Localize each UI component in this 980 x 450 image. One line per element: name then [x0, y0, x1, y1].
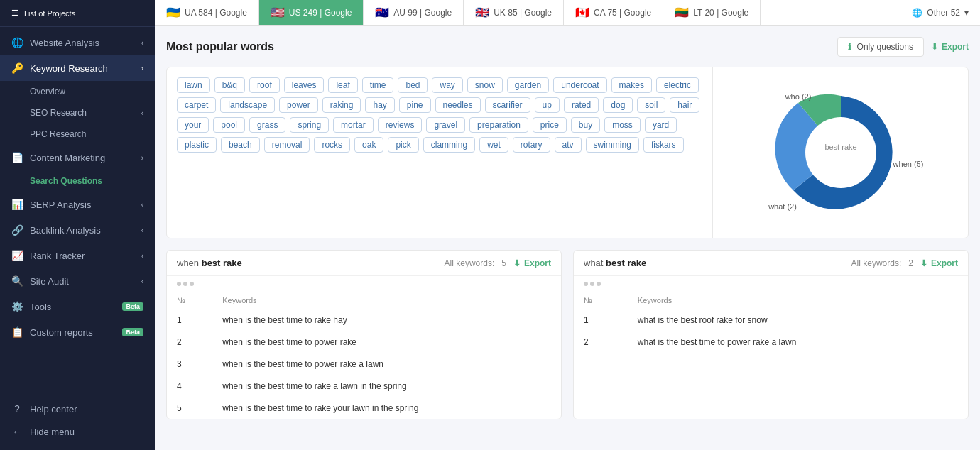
tools-label: Tools	[30, 302, 51, 312]
word-chip[interactable]: buy	[571, 117, 600, 133]
word-chip[interactable]: carpet	[177, 97, 216, 113]
word-chip[interactable]: clamming	[423, 137, 475, 153]
tab-ca[interactable]: 🇨🇦 CA 75 | Google	[564, 0, 663, 25]
word-chip[interactable]: bed	[398, 77, 428, 93]
word-chip[interactable]: rotary	[513, 137, 550, 153]
word-chip[interactable]: your	[177, 117, 209, 133]
serp-icon: 📊	[11, 199, 23, 210]
word-chip[interactable]: rated	[564, 97, 599, 113]
word-chip[interactable]: rocks	[314, 137, 350, 153]
word-chip[interactable]: beach	[221, 137, 260, 153]
word-chip[interactable]: grass	[249, 117, 285, 133]
when-table-card: when best rake All keywords: 5 ⬇ Export	[166, 250, 562, 419]
word-chip[interactable]: soil	[637, 97, 665, 113]
word-chip[interactable]: hair	[670, 97, 699, 113]
word-chip[interactable]: spring	[290, 117, 329, 133]
word-chip[interactable]: yard	[645, 117, 677, 133]
sidebar-item-content-marketing[interactable]: 📄 Content Marketing ›	[0, 145, 155, 170]
tab-ua[interactable]: 🇺🇦 UA 584 | Google	[155, 0, 259, 25]
word-chip[interactable]: pine	[399, 97, 431, 113]
sidebar-item-hide-menu[interactable]: ← Hide menu	[11, 420, 143, 443]
word-chip[interactable]: price	[533, 117, 567, 133]
sidebar-item-serp-analysis[interactable]: 📊 SERP Analysis ‹	[0, 192, 155, 217]
word-cloud: lawnb&qroofleavesleaftimebedwaysnowgarde…	[167, 67, 712, 238]
word-chip[interactable]: lawn	[177, 77, 210, 93]
word-chip[interactable]: garden	[507, 77, 549, 93]
word-chip[interactable]: fiskars	[643, 137, 684, 153]
when-table-header: when best rake All keywords: 5 ⬇ Export	[167, 251, 561, 276]
word-chip[interactable]: mortar	[333, 117, 374, 133]
tab-au[interactable]: 🇦🇺 AU 99 | Google	[364, 0, 464, 25]
word-chip[interactable]: leaf	[328, 77, 357, 93]
word-chip[interactable]: b&q	[214, 77, 245, 93]
sidebar-item-ppc-research[interactable]: PPC Research	[0, 124, 155, 145]
word-chip[interactable]: raking	[322, 97, 361, 113]
word-chip[interactable]: dog	[603, 97, 633, 113]
sidebar-item-backlink-analysis[interactable]: 🔗 Backlink Analysis ‹	[0, 217, 155, 243]
sidebar-header[interactable]: ☰ List of Projects	[0, 0, 155, 27]
ca-tab-label: CA 75 | Google	[594, 8, 651, 18]
word-chip[interactable]: electric	[656, 77, 699, 93]
sidebar-item-website-analysis[interactable]: 🌐 Website Analysis ‹	[0, 30, 155, 55]
when-col-num: №	[167, 292, 212, 309]
word-chip[interactable]: atv	[555, 137, 582, 153]
word-chip[interactable]: pick	[388, 137, 418, 153]
sidebar-item-help-center[interactable]: ? Help center	[11, 397, 143, 420]
sidebar-item-seo-research[interactable]: SEO Research ‹	[0, 102, 155, 124]
word-chip[interactable]: power	[279, 97, 318, 113]
sidebar-item-tools[interactable]: ⚙️ Tools Beta	[0, 294, 155, 319]
tab-lt[interactable]: 🇱🇹 LT 20 | Google	[663, 0, 761, 25]
globe-icon: 🌐	[912, 8, 922, 18]
seo-chevron-icon: ‹	[141, 109, 143, 117]
rank-tracker-icon: 📈	[11, 250, 23, 261]
word-chip[interactable]: undercoat	[553, 77, 606, 93]
when-export-button[interactable]: ⬇ Export	[513, 258, 551, 268]
tab-other[interactable]: 🌐 Other 52 ▾	[900, 0, 980, 25]
word-chip[interactable]: removal	[264, 137, 310, 153]
word-chip[interactable]: needles	[435, 97, 481, 113]
word-chip[interactable]: way	[432, 77, 462, 93]
word-chip[interactable]: pool	[213, 117, 245, 133]
what-export-button[interactable]: ⬇ Export	[920, 258, 958, 268]
word-chip[interactable]: hay	[365, 97, 394, 113]
what-all-keywords-count: 2	[908, 258, 913, 268]
tab-us[interactable]: 🇺🇸 US 249 | Google	[259, 0, 364, 25]
table-row: 3when is the best time to power rake a l…	[167, 353, 561, 375]
word-chip[interactable]: gravel	[426, 117, 465, 133]
word-chip[interactable]: plastic	[177, 137, 217, 153]
word-chip[interactable]: wet	[479, 137, 508, 153]
other-chevron-icon: ▾	[964, 8, 969, 18]
sidebar-item-overview[interactable]: Overview	[0, 81, 155, 102]
word-chip[interactable]: snow	[467, 77, 503, 93]
word-chip[interactable]: swimming	[586, 137, 639, 153]
only-questions-button[interactable]: ℹ Only questions	[837, 37, 924, 57]
word-chip[interactable]: leaves	[284, 77, 325, 93]
donut-center-label-top: best rake	[824, 143, 856, 151]
sidebar-item-custom-reports[interactable]: 📋 Custom reports Beta	[0, 319, 155, 345]
sidebar-item-rank-tracker[interactable]: 📈 Rank Tracker ‹	[0, 243, 155, 268]
word-chip[interactable]: makes	[611, 77, 652, 93]
when-title-text: when best rake	[177, 258, 242, 268]
word-chip[interactable]: roof	[249, 77, 280, 93]
what-export-icon: ⬇	[920, 258, 927, 268]
sidebar-item-site-audit[interactable]: 🔍 Site Audit ‹	[0, 268, 155, 294]
word-chip[interactable]: oak	[354, 137, 383, 153]
word-chip[interactable]: preparation	[469, 117, 528, 133]
backlink-label: Backlink Analysis	[30, 225, 101, 236]
sidebar-item-search-questions[interactable]: Search Questions	[0, 170, 155, 192]
word-chip[interactable]: moss	[604, 117, 641, 133]
popular-words-container: lawnb&qroofleavesleaftimebedwaysnowgarde…	[166, 67, 969, 238]
tab-uk[interactable]: 🇬🇧 UK 85 | Google	[464, 0, 564, 25]
row-number: 1	[574, 309, 628, 331]
sidebar-footer: ? Help center ← Hide menu	[0, 390, 155, 450]
sidebar-item-keyword-research[interactable]: 🔑 Keyword Research ›	[0, 55, 155, 81]
word-chip[interactable]: landscape	[220, 97, 275, 113]
word-chip[interactable]: reviews	[378, 117, 423, 133]
export-button-top[interactable]: ⬇ Export	[931, 42, 969, 52]
content-marketing-icon: 📄	[11, 152, 23, 163]
word-chip[interactable]: time	[362, 77, 394, 93]
word-chip[interactable]: scarifier	[485, 97, 530, 113]
word-chip[interactable]: up	[535, 97, 560, 113]
sidebar-nav: 🌐 Website Analysis ‹ 🔑 Keyword Research …	[0, 27, 155, 390]
au-flag-icon: 🇦🇺	[375, 6, 389, 19]
